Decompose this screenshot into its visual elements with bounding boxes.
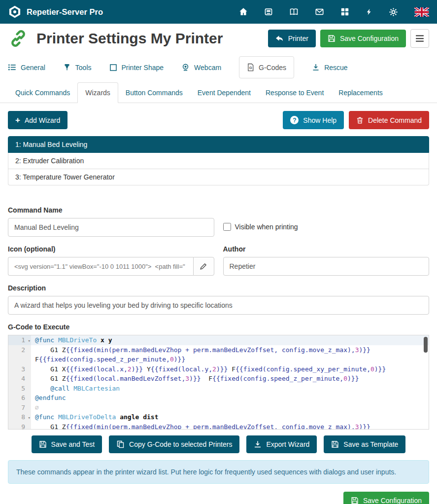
code-line[interactable]: 2 G1 Z{{fixed(min(perm.manBedLevZhop + p… [8,345,429,364]
icon-svg-input[interactable] [8,257,193,276]
tab-tools[interactable]: Tools [63,57,92,78]
copy-gcode-button[interactable]: Copy G-Code to selected Printers [109,435,239,453]
code-line-content[interactable]: G1 Z{{fixed(min(perm.manBedLevZhop + per… [31,422,429,430]
add-wizard-button[interactable]: + Add Wizard [8,111,67,129]
code-line-content[interactable]: ∅ [31,403,429,413]
gcode-editor[interactable]: 1▾@func MBLDriveTo x y2 G1 Z{{fixed(min(… [8,335,429,430]
save-as-template-label: Save as Template [343,440,398,448]
code-line-content[interactable]: G1 Z{{fixed(min(perm.manBedLevZhop + per… [31,345,429,364]
menu-button[interactable] [410,29,429,48]
wizard-actions: Save and Test Copy G-Code to selected Pr… [8,435,429,453]
code-line[interactable]: 3 G1 X{{fixed(local.x,2)}} Y{{fixed(loca… [8,364,429,374]
bottom-save-row: Save Configuration [8,492,429,504]
code-line-content[interactable]: @func MBLDriveTo x y [31,335,429,345]
wizard-item-manual-bed-leveling[interactable]: 1: Manual Bed Leveling [8,136,429,153]
delete-command-button[interactable]: Delete Command [349,111,429,129]
tab-label: Printer Shape [122,64,164,72]
tab-label: Webcam [194,64,221,72]
tab-rescue[interactable]: Rescue [312,57,347,78]
icon-input-group [8,257,214,276]
line-number: 6 [8,393,31,403]
copy-gcode-label: Copy G-Code to selected Printers [129,440,232,448]
line-number: 1▾ [8,335,31,345]
repetier-logo-icon [8,5,22,19]
icon-label: Icon (optional) [8,245,214,253]
wizard-info-box: These commands appear in the printer wiz… [8,460,429,484]
edit-icon-button[interactable] [193,257,214,276]
line-number: 3 [8,364,31,374]
code-line-content[interactable]: @func MBLDriveToDelta angle dist [31,412,429,422]
code-line[interactable]: 8▾@func MBLDriveToDelta angle dist [8,412,429,422]
bolt-icon[interactable] [366,7,372,16]
subtab-replacements[interactable]: Replacements [331,83,390,103]
subtab-event-dependent[interactable]: Event Dependent [190,83,258,103]
printer-settings-page: Repetier-Server Pro Printer Settings My … [0,0,437,504]
code-line[interactable]: 9 G1 Z{{fixed(min(perm.manBedLevZhop + p… [8,422,429,430]
author-input[interactable] [223,257,430,276]
delete-command-label: Delete Command [368,116,422,124]
code-line-content[interactable]: G1 Z{{fixed(local.manBedLevZoffset,3)}} … [31,374,429,384]
show-help-button[interactable]: ? Show Help [283,111,344,129]
line-number: 7 [8,403,31,413]
gear-icon[interactable] [389,7,398,17]
subtab-response-to-event[interactable]: Response to Event [258,83,331,103]
code-line[interactable]: 4 G1 Z{{fixed(local.manBedLevZoffset,3)}… [8,374,429,384]
save-configuration-button-bottom[interactable]: Save Configuration [343,492,429,504]
code-line[interactable]: 6@endfunc [8,393,429,403]
tool-icon [63,63,71,72]
save-icon [328,35,336,42]
save-and-test-label: Save and Test [51,440,95,448]
export-wizard-button[interactable]: Export Wizard [246,435,317,453]
editor-scrollbar[interactable] [424,337,428,353]
copy-icon [116,440,125,448]
export-wizard-label: Export Wizard [266,440,309,448]
subtab-button-commands[interactable]: Button Commands [118,83,190,103]
printer-icon[interactable] [264,7,273,16]
line-number: 5 [8,384,31,394]
code-line[interactable]: 1▾@func MBLDriveTo x y [8,335,429,345]
brand[interactable]: Repetier-Server Pro [8,5,103,19]
tab-printer-shape[interactable]: Printer Shape [109,57,164,78]
hamburger-icon [415,35,424,42]
uk-flag-icon[interactable] [414,7,429,17]
save-configuration-label: Save Configuration [340,35,399,42]
square-icon [109,64,117,72]
plus-icon: + [15,116,20,124]
pencil-icon [200,262,207,270]
code-line-content[interactable]: @call MBLCartesian [31,384,429,394]
grid-icon[interactable] [340,7,349,16]
save-icon [331,440,339,448]
wizard-item-temperature-tower[interactable]: 3: Temperature Tower Generator [8,169,429,185]
navbar-icons [239,7,429,17]
tab-general[interactable]: General [8,57,45,78]
tab-gcodes[interactable]: G G-Codes [239,56,294,78]
printer-button[interactable]: Printer [268,30,316,47]
back-arrow-icon [275,35,284,42]
code-line-content[interactable]: G1 X{{fixed(local.x,2)}} Y{{fixed(local.… [31,364,429,374]
tab-label: General [21,64,45,72]
wizard-list: 1: Manual Bed Leveling 2: Extruder Calib… [8,136,429,185]
gcode-editor-lines: 1▾@func MBLDriveTo x y2 G1 Z{{fixed(min(… [8,335,429,430]
visible-when-printing-label: Visible when printing [235,223,298,231]
command-name-input[interactable] [8,218,214,237]
rescue-icon [312,63,320,72]
home-icon[interactable] [239,7,248,16]
tab-label: G-Codes [259,64,286,72]
subtab-wizards[interactable]: Wizards [77,82,118,103]
code-line[interactable]: 5 @call MBLCartesian [8,384,429,394]
wizard-info-text: These commands appear in the printer wiz… [16,468,396,476]
mail-icon[interactable] [315,7,324,16]
tab-label: Rescue [324,64,347,72]
book-icon[interactable] [289,7,299,16]
tab-webcam[interactable]: Webcam [181,57,221,78]
save-and-test-button[interactable]: Save and Test [32,435,102,453]
description-input[interactable] [8,296,429,315]
webcam-icon [181,63,190,72]
visible-when-printing-checkbox[interactable] [223,223,231,231]
subtab-quick-commands[interactable]: Quick Commands [8,83,77,103]
save-as-template-button[interactable]: Save as Template [324,435,405,453]
code-line[interactable]: 7∅ [8,403,429,413]
save-configuration-button-top[interactable]: Save Configuration [320,30,406,47]
code-line-content[interactable]: @endfunc [31,393,429,403]
wizard-item-extruder-calibration[interactable]: 2: Extruder Calibration [8,153,429,169]
